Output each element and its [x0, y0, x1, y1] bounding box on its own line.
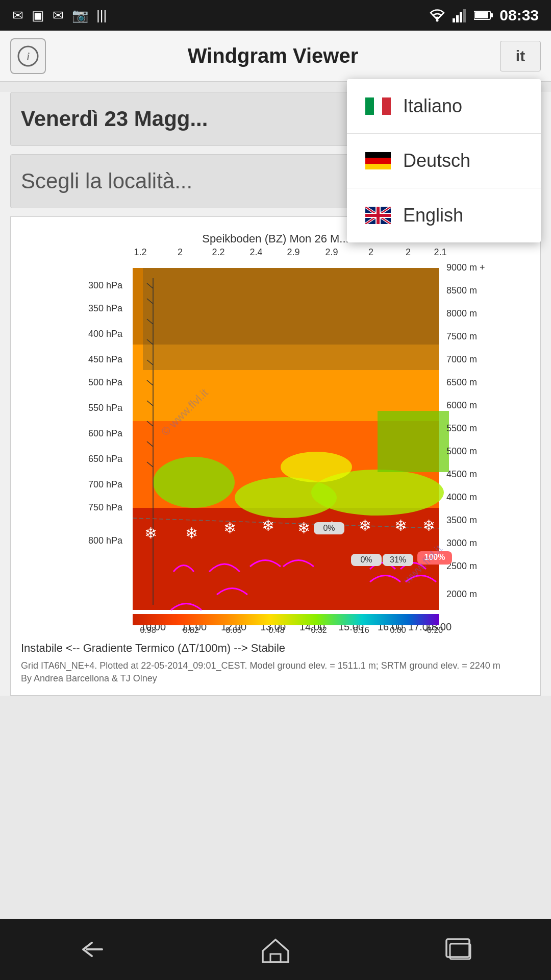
location-text: Scegli la località...: [21, 169, 192, 193]
svg-text:8500 m: 8500 m: [446, 285, 477, 296]
svg-text:4000 m: 4000 m: [446, 492, 477, 502]
app-title: Windgram Viewer: [46, 44, 500, 67]
svg-text:❄: ❄: [422, 517, 435, 534]
svg-rect-96: [133, 614, 439, 625]
home-icon: [260, 936, 291, 964]
windgram-area: 300 hPa 350 hPa 400 hPa 450 hPa 500 hPa …: [10, 216, 541, 696]
status-time: 08:33: [499, 7, 539, 24]
italiano-label: Italiano: [403, 95, 462, 117]
svg-text:❄: ❄: [394, 517, 407, 534]
svg-text:3500 m: 3500 m: [446, 515, 477, 525]
svg-text:Speikboden (BZ) Mon 26 M...: Speikboden (BZ) Mon 26 M...: [202, 232, 348, 245]
camera-icon: 📷: [72, 8, 88, 23]
svg-rect-107: [382, 97, 391, 115]
svg-text:❄: ❄: [297, 520, 310, 536]
signal-icon: [453, 8, 468, 22]
svg-text:300 hPa: 300 hPa: [88, 280, 123, 290]
svg-rect-109: [365, 158, 391, 164]
svg-text:2.1: 2.1: [434, 247, 446, 257]
flag-deutsch: [365, 152, 391, 169]
svg-text:i: i: [27, 50, 30, 63]
svg-text:0.16: 0.16: [353, 626, 369, 634]
svg-text:500 hPa: 500 hPa: [88, 377, 123, 387]
svg-text:0%: 0%: [360, 555, 372, 564]
svg-rect-110: [365, 164, 391, 169]
info-button[interactable]: i: [10, 38, 46, 74]
image-icon: ▣: [32, 8, 44, 23]
svg-text:9000 m +: 9000 m +: [446, 262, 485, 273]
svg-point-14: [153, 457, 235, 508]
svg-text:450 hPa: 450 hPa: [88, 354, 123, 364]
svg-text:550 hPa: 550 hPa: [88, 403, 123, 413]
language-dropdown: Italiano Deutsch English: [347, 79, 541, 242]
svg-text:❄: ❄: [185, 525, 198, 542]
status-bar-right: 08:33: [428, 7, 539, 24]
svg-text:700 hPa: 700 hPa: [88, 479, 123, 489]
recents-button[interactable]: [434, 929, 485, 970]
svg-text:650 hPa: 650 hPa: [88, 454, 123, 464]
svg-text:0.65: 0.65: [226, 626, 241, 634]
svg-text:6500 m: 6500 m: [446, 377, 477, 387]
lang-button[interactable]: it: [500, 41, 541, 71]
svg-point-0: [436, 19, 439, 22]
svg-text:2.4: 2.4: [249, 247, 262, 257]
svg-rect-17: [378, 411, 449, 472]
svg-text:800 hPa: 800 hPa: [88, 535, 123, 546]
svg-text:400 hPa: 400 hPa: [88, 329, 123, 339]
svg-text:5000 m: 5000 m: [446, 446, 477, 456]
svg-text:6000 m: 6000 m: [446, 400, 477, 410]
svg-text:0%: 0%: [323, 524, 335, 532]
flag-italiano: [365, 97, 391, 115]
svg-text:2: 2: [368, 247, 373, 257]
svg-text:600 hPa: 600 hPa: [88, 428, 123, 438]
svg-text:-0.20: -0.20: [424, 626, 443, 634]
svg-text:350 hPa: 350 hPa: [88, 303, 123, 313]
svg-text:5500 m: 5500 m: [446, 423, 477, 433]
svg-text:2000 m: 2000 m: [446, 589, 477, 599]
svg-text:0.98: 0.98: [140, 626, 156, 634]
svg-rect-120: [270, 954, 281, 962]
back-button[interactable]: [66, 929, 117, 970]
status-bar: ✉ ▣ ✉ 📷 ||| 08:33: [0, 0, 551, 31]
svg-text:❄: ❄: [223, 520, 236, 536]
mail2-icon: ✉: [53, 8, 64, 23]
mail-icon: ✉: [12, 8, 23, 23]
windgram-svg: 300 hPa 350 hPa 400 hPa 450 hPa 500 hPa …: [11, 217, 540, 635]
svg-text:2.9: 2.9: [325, 247, 338, 257]
svg-text:0.32: 0.32: [311, 626, 327, 634]
svg-rect-1: [453, 18, 455, 22]
dropdown-item-english[interactable]: English: [347, 188, 541, 242]
date-text: Venerdì 23 Magg...: [21, 107, 208, 131]
windgram-canvas: 300 hPa 350 hPa 400 hPa 450 hPa 500 hPa …: [11, 217, 540, 635]
barcode-icon: |||: [96, 8, 107, 23]
dropdown-item-italiano[interactable]: Italiano: [347, 79, 541, 134]
home-button[interactable]: [250, 929, 301, 970]
english-label: English: [403, 205, 463, 226]
svg-text:750 hPa: 750 hPa: [88, 502, 123, 512]
status-bar-left: ✉ ▣ ✉ 📷 |||: [12, 8, 107, 23]
caption-meta: Grid ITA6N_NE+4. Plotted at 22-05-2014_0…: [21, 659, 530, 672]
svg-text:3000 m: 3000 m: [446, 538, 477, 548]
svg-text:0.82: 0.82: [183, 626, 198, 634]
deutsch-label: Deutsch: [403, 150, 470, 172]
svg-text:0.48: 0.48: [268, 626, 284, 634]
svg-rect-3: [460, 12, 462, 22]
svg-text:1.2: 1.2: [134, 247, 146, 257]
svg-text:0.00: 0.00: [390, 626, 406, 634]
svg-rect-2: [456, 15, 459, 22]
caption-gradient: Instabile <-- Gradiente Termico (ΔT/100m…: [21, 641, 530, 656]
svg-text:2: 2: [406, 247, 411, 257]
flag-english: [365, 207, 391, 224]
back-icon: [74, 937, 110, 962]
svg-rect-4: [463, 9, 466, 22]
svg-text:2: 2: [178, 247, 183, 257]
dropdown-item-deutsch[interactable]: Deutsch: [347, 134, 541, 188]
svg-text:7000 m: 7000 m: [446, 354, 477, 364]
app-bar: i Windgram Viewer it: [0, 31, 551, 82]
svg-text:2.9: 2.9: [287, 247, 299, 257]
svg-text:8000 m: 8000 m: [446, 308, 477, 318]
svg-rect-6: [475, 12, 488, 18]
svg-rect-106: [374, 97, 382, 115]
svg-rect-7: [491, 13, 493, 17]
recents-icon: [444, 937, 474, 962]
